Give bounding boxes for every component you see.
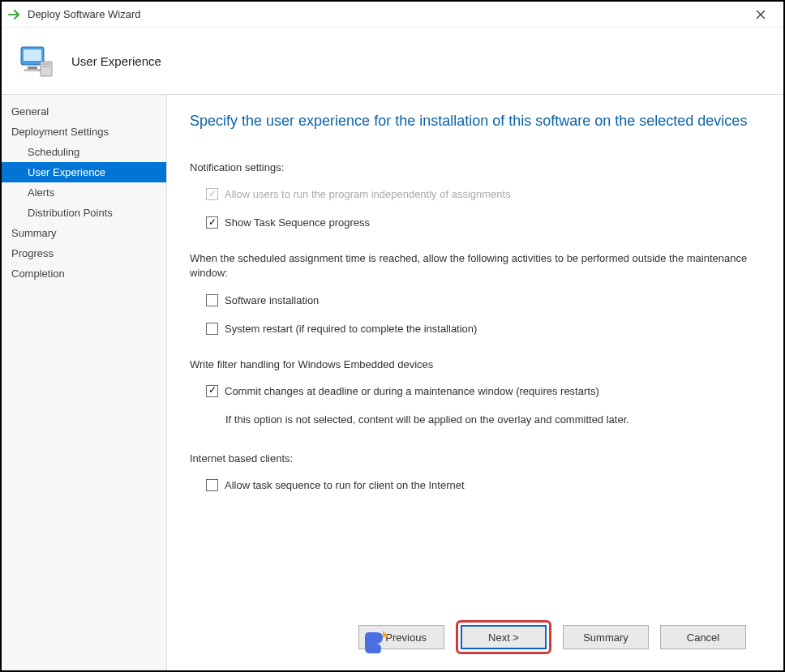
header: User Experience bbox=[2, 28, 783, 94]
cancel-button[interactable]: Cancel bbox=[660, 625, 746, 649]
internet-clients-label: Internet based clients: bbox=[190, 452, 761, 466]
checkbox-show-progress[interactable] bbox=[206, 216, 218, 229]
checkbox-row-show-progress: Show Task Sequence progress bbox=[206, 216, 761, 229]
checkbox-row-software-install: Software installation bbox=[206, 294, 761, 306]
svg-rect-6 bbox=[42, 66, 50, 67]
sidebar-item-general[interactable]: General bbox=[2, 101, 166, 122]
titlebar: Deploy Software Wizard bbox=[2, 2, 783, 28]
write-filter-label: Write filter handling for Windows Embedd… bbox=[190, 357, 761, 372]
next-button-highlight: Next > bbox=[456, 620, 551, 654]
sidebar-item-progress[interactable]: Progress bbox=[2, 243, 166, 263]
svg-rect-3 bbox=[24, 69, 41, 71]
checkbox-allow-independent-label: Allow users to run the program independe… bbox=[225, 188, 511, 200]
computer-icon bbox=[16, 41, 57, 81]
checkbox-row-allow-independent: Allow users to run the program independe… bbox=[206, 188, 761, 200]
svg-rect-2 bbox=[28, 66, 37, 69]
svg-rect-1 bbox=[24, 49, 41, 61]
notification-settings-label: Notification settings: bbox=[190, 161, 761, 173]
checkbox-software-install[interactable] bbox=[206, 294, 218, 306]
sidebar-item-user-experience[interactable]: User Experience bbox=[2, 162, 166, 182]
wizard-window: Deploy Software Wizard User Experience G… bbox=[0, 0, 785, 672]
checkbox-software-install-label: Software installation bbox=[225, 294, 319, 306]
brand-logo-icon bbox=[362, 629, 389, 659]
body: General Deployment Settings Scheduling U… bbox=[2, 94, 783, 670]
window-title: Deploy Software Wizard bbox=[28, 8, 744, 20]
svg-rect-5 bbox=[42, 63, 50, 65]
app-arrow-icon bbox=[8, 9, 23, 20]
step-title: User Experience bbox=[71, 54, 161, 68]
sidebar-item-alerts[interactable]: Alerts bbox=[2, 182, 166, 203]
sidebar-item-scheduling[interactable]: Scheduling bbox=[2, 142, 166, 162]
next-button[interactable]: Next > bbox=[461, 625, 547, 649]
checkbox-system-restart[interactable] bbox=[206, 323, 218, 335]
sidebar-item-completion[interactable]: Completion bbox=[2, 263, 166, 284]
sidebar-item-deployment-settings[interactable]: Deployment Settings bbox=[2, 122, 166, 142]
checkbox-system-restart-label: System restart (if required to complete … bbox=[225, 323, 477, 335]
checkbox-commit-changes-label: Commit changes at deadline or during a m… bbox=[225, 385, 599, 397]
checkbox-internet-label: Allow task sequence to run for client on… bbox=[225, 479, 465, 491]
checkbox-commit-changes[interactable] bbox=[206, 385, 218, 397]
close-button[interactable] bbox=[744, 3, 777, 26]
checkbox-internet[interactable] bbox=[206, 479, 218, 491]
checkbox-show-progress-label: Show Task Sequence progress bbox=[225, 216, 370, 229]
main-panel: Specify the user experience for the inst… bbox=[167, 95, 783, 670]
checkbox-row-system-restart: System restart (if required to complete … bbox=[206, 323, 761, 335]
sidebar-item-distribution-points[interactable]: Distribution Points bbox=[2, 203, 166, 223]
checkbox-row-internet: Allow task sequence to run for client on… bbox=[206, 479, 761, 491]
commit-note: If this option is not selected, content … bbox=[225, 413, 761, 426]
maintenance-window-text: When the scheduled assignment time is re… bbox=[190, 251, 761, 280]
checkbox-row-commit-changes: Commit changes at deadline or during a m… bbox=[206, 385, 761, 397]
sidebar: General Deployment Settings Scheduling U… bbox=[2, 95, 167, 670]
main-heading: Specify the user experience for the inst… bbox=[190, 111, 761, 131]
footer-buttons: < Previous Next > Summary Cancel bbox=[190, 609, 761, 670]
summary-button[interactable]: Summary bbox=[563, 625, 649, 649]
sidebar-item-summary[interactable]: Summary bbox=[2, 223, 166, 243]
checkbox-allow-independent bbox=[206, 188, 218, 200]
